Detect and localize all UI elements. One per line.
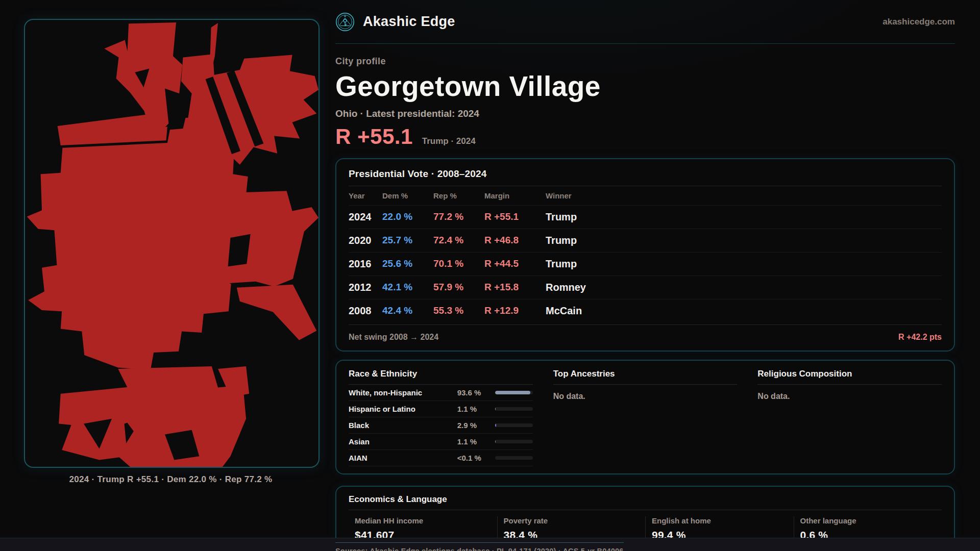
religion-section-title: Religious Composition	[757, 369, 942, 385]
stat-label: Median HH income	[355, 516, 497, 525]
vote-margin: R +15.8	[484, 282, 546, 293]
vote-dem-pct: 42.1 %	[382, 282, 433, 293]
sources-text: Sources: Akashic Edge elections database…	[335, 547, 624, 551]
race-label: Black	[349, 421, 457, 430]
vote-table-row: 201242.1 %57.9 %R +15.8Romney	[349, 276, 942, 299]
race-bar-track	[495, 423, 533, 427]
vote-table-row: 201625.6 %70.1 %R +44.5Trump	[349, 252, 942, 276]
precinct-map-card	[24, 19, 320, 468]
race-label: Hispanic or Latino	[349, 405, 457, 413]
stat-label: Other language	[800, 516, 942, 525]
vote-rep-pct: 72.4 %	[433, 235, 484, 246]
vote-year: 2024	[349, 211, 382, 223]
page-kicker: City profile	[335, 56, 955, 67]
headline-margin: R +55.1	[335, 124, 413, 149]
headline-margin-context: Trump · 2024	[422, 136, 476, 146]
stat-label: Poverty rate	[504, 516, 646, 525]
vote-table-row: 202422.0 %77.2 %R +55.1Trump	[349, 205, 942, 229]
religion-section: Religious Composition No data.	[757, 369, 942, 466]
race-row: Asian1.1 %	[349, 434, 533, 450]
race-rows: White, non-Hispanic93.6 %Hispanic or Lat…	[349, 385, 533, 466]
vote-margin: R +44.5	[484, 258, 546, 269]
vote-winner: Trump	[546, 211, 942, 223]
race-label: White, non-Hispanic	[349, 388, 457, 397]
vote-winner: Trump	[546, 235, 942, 246]
race-bar-track	[495, 391, 533, 394]
vote-rep-pct: 70.1 %	[433, 258, 484, 269]
race-bar-track	[495, 456, 533, 460]
race-bar-track	[495, 440, 533, 443]
vote-margin: R +46.8	[484, 235, 546, 246]
vote-rep-pct: 55.3 %	[433, 305, 484, 316]
race-ethnicity-section: Race & Ethnicity White, non-Hispanic93.6…	[349, 369, 533, 466]
race-bar-fill	[495, 440, 496, 443]
akashic-edge-logo-icon	[335, 12, 355, 32]
vote-table-row: 202025.7 %72.4 %R +46.8Trump	[349, 229, 942, 252]
race-value: 93.6 %	[457, 388, 493, 397]
race-row: Black2.9 %	[349, 417, 533, 434]
top-ancestries-section: Top Ancestries No data.	[553, 369, 738, 466]
vote-col-header: Winner	[546, 186, 942, 205]
net-swing-value: R +42.2 pts	[898, 333, 942, 342]
race-value: 1.1 %	[457, 405, 493, 413]
religion-empty-text: No data.	[757, 392, 942, 401]
vote-year: 2020	[349, 235, 382, 246]
vote-dem-pct: 42.4 %	[382, 305, 433, 316]
ancestries-section-title: Top Ancestries	[553, 369, 738, 385]
precinct-map-svg	[25, 20, 318, 467]
site-header: Akashic Edge akashicedge.com	[335, 0, 955, 44]
vote-margin: R +12.9	[484, 305, 546, 316]
net-swing-row: Net swing 2008 → 2024 R +42.2 pts	[349, 324, 942, 350]
brand-name: Akashic Edge	[363, 14, 455, 30]
race-value: 2.9 %	[457, 421, 493, 430]
ancestries-empty-text: No data.	[553, 392, 738, 401]
vote-winner: Romney	[546, 282, 942, 293]
vote-table-row: 200842.4 %55.3 %R +12.9McCain	[349, 299, 942, 322]
race-bar-fill	[495, 407, 496, 411]
net-swing-label: Net swing 2008 → 2024	[349, 333, 438, 342]
vote-col-header: Dem %	[382, 186, 433, 205]
vote-winner: McCain	[546, 305, 942, 317]
page-subtitle: Ohio · Latest presidential: 2024	[335, 108, 955, 119]
vote-margin: R +55.1	[484, 211, 546, 222]
race-row: AIAN<0.1 %	[349, 450, 533, 466]
race-bar-fill	[495, 391, 530, 394]
page-footer: Sources: Akashic Edge elections database…	[335, 542, 624, 551]
demographics-card: Race & Ethnicity White, non-Hispanic93.6…	[335, 360, 955, 474]
vote-winner: Trump	[546, 258, 942, 270]
vote-year: 2008	[349, 305, 382, 317]
race-bar-fill	[495, 423, 496, 427]
race-bar-track	[495, 407, 533, 411]
race-row: White, non-Hispanic93.6 %	[349, 385, 533, 401]
headline-margin-row: R +55.1 Trump · 2024	[335, 124, 955, 149]
economics-card-title: Economics & Language	[349, 494, 942, 510]
race-label: AIAN	[349, 454, 457, 462]
vote-col-header: Rep %	[433, 186, 484, 205]
vote-table-body: 202422.0 %77.2 %R +55.1Trump202025.7 %72…	[349, 205, 942, 322]
vote-table-header: YearDem %Rep %MarginWinner	[349, 186, 942, 205]
race-section-title: Race & Ethnicity	[349, 369, 533, 385]
race-label: Asian	[349, 437, 457, 446]
site-domain-link[interactable]: akashicedge.com	[883, 17, 955, 27]
vote-year: 2016	[349, 258, 382, 270]
city-profile-page: 2024 · Trump R +55.1 · Dem 22.0 % · Rep …	[0, 0, 980, 551]
vote-dem-pct: 22.0 %	[382, 211, 433, 222]
stat-label: English at home	[652, 516, 794, 525]
vote-col-header: Year	[349, 186, 382, 205]
content-panel: Akashic Edge akashicedge.com City profil…	[335, 0, 955, 551]
vote-card-title: Presidential Vote · 2008–2024	[349, 168, 942, 186]
vote-rep-pct: 77.2 %	[433, 211, 484, 222]
race-value: 1.1 %	[457, 437, 493, 446]
vote-year: 2012	[349, 282, 382, 293]
vote-dem-pct: 25.7 %	[382, 235, 433, 246]
vote-col-header: Margin	[484, 186, 546, 205]
page-title: Georgetown Village	[335, 71, 955, 102]
vote-dem-pct: 25.6 %	[382, 258, 433, 269]
vote-rep-pct: 57.9 %	[433, 282, 484, 293]
race-row: Hispanic or Latino1.1 %	[349, 401, 533, 417]
presidential-vote-card: Presidential Vote · 2008–2024 YearDem %R…	[335, 158, 955, 352]
map-caption: 2024 · Trump R +55.1 · Dem 22.0 % · Rep …	[24, 474, 317, 485]
race-value: <0.1 %	[457, 454, 493, 462]
